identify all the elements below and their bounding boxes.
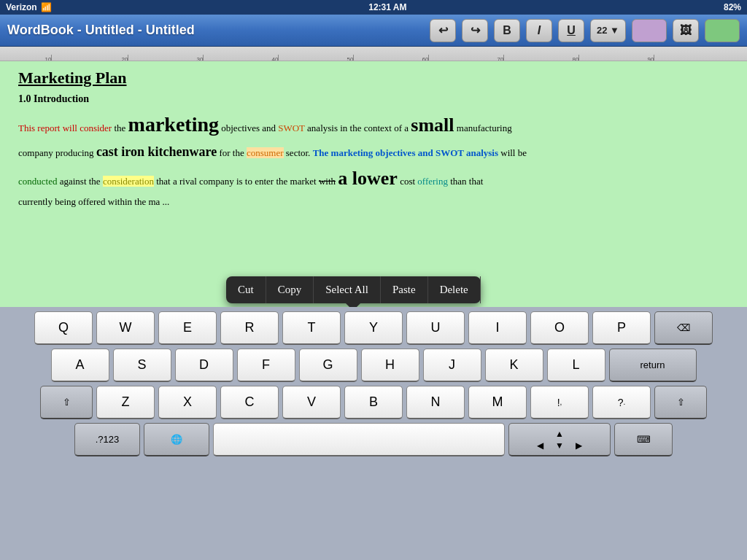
font-size-button[interactable]: 22 ▼ [590, 19, 626, 42]
key-o[interactable]: O [530, 311, 589, 345]
nav-right-icon[interactable]: ▶ [576, 440, 582, 451]
underline-button[interactable]: U [558, 19, 584, 42]
undo-button[interactable]: ↩ [430, 19, 456, 42]
section-header: 1.0 Introduction [18, 93, 732, 105]
keyboard-row-3: ⇧ Z X C V B N M !, ?. ⇧ [3, 386, 744, 419]
key-p[interactable]: P [592, 311, 651, 345]
delete-button[interactable]: Delete [428, 276, 481, 303]
text-color-button[interactable] [632, 19, 667, 42]
document-title: Marketing Plan [18, 69, 732, 88]
key-g[interactable]: G [299, 349, 357, 382]
key-f[interactable]: F [237, 349, 295, 382]
battery-label: 82% [724, 2, 741, 12]
key-x[interactable]: X [158, 386, 217, 419]
toolbar: WordBook - Untitled - Untitled ↩ ↪ B I U… [0, 15, 747, 47]
select-all-button[interactable]: Select All [314, 276, 381, 303]
key-d[interactable]: D [175, 349, 233, 382]
numspec-key[interactable]: .?123 [74, 423, 140, 456]
right-shift-key[interactable]: ⇧ [654, 386, 707, 419]
document-body: This report will consider the marketing … [18, 109, 732, 209]
key-v[interactable]: V [282, 386, 341, 419]
text-red-intro: This report will consider [18, 122, 112, 133]
key-i[interactable]: I [468, 311, 527, 345]
key-s[interactable]: S [113, 349, 171, 382]
space-key[interactable] [213, 423, 505, 456]
key-y[interactable]: Y [344, 311, 403, 345]
nav-left-icon[interactable]: ◀ [537, 440, 543, 451]
key-b[interactable]: B [344, 386, 403, 419]
redo-button[interactable]: ↪ [462, 19, 488, 42]
status-right: 82% [724, 2, 741, 12]
key-u[interactable]: U [406, 311, 465, 345]
context-menu: Cut Copy Select All Paste Delete [226, 276, 481, 303]
key-m[interactable]: M [468, 386, 527, 419]
key-j[interactable]: J [423, 349, 481, 382]
ruler-marks: 10 20 30 40 50 60 70 80 90 [4, 47, 743, 61]
key-l[interactable]: L [547, 349, 605, 382]
key-z[interactable]: Z [96, 386, 155, 419]
app-title: WordBook - Untitled - Untitled [7, 23, 424, 38]
keyboard-row-2: A S D F G H J K L return [3, 349, 744, 382]
key-n[interactable]: N [406, 386, 465, 419]
keyboard-row-1: Q W E R T Y U I O P ⌫ [3, 311, 744, 345]
key-h[interactable]: H [361, 349, 419, 382]
wifi-icon: 📶 [41, 2, 52, 12]
backspace-key[interactable]: ⌫ [654, 311, 713, 345]
key-c[interactable]: C [220, 386, 279, 419]
keyboard-hide-key[interactable]: ⌨ [614, 423, 673, 456]
cut-button[interactable]: Cut [226, 276, 266, 303]
time-display: 12:31 AM [368, 2, 406, 12]
context-menu-arrow [346, 303, 360, 307]
key-a[interactable]: A [51, 349, 109, 382]
nav-down-icon[interactable]: ▼ [555, 440, 564, 451]
key-k[interactable]: K [485, 349, 543, 382]
key-exclaim-comma[interactable]: !, [530, 386, 589, 419]
ruler: 10 20 30 40 50 60 70 80 90 [0, 47, 747, 61]
keyboard-row-4: .?123 🌐 ▲ ◀ ▼ ▶ ⌨ [3, 423, 744, 456]
key-t[interactable]: T [282, 311, 341, 345]
document-area[interactable]: Marketing Plan 1.0 Introduction This rep… [0, 61, 747, 307]
key-question-period[interactable]: ?. [592, 386, 651, 419]
left-shift-key[interactable]: ⇧ [40, 386, 93, 419]
key-w[interactable]: W [96, 311, 155, 345]
globe-key[interactable]: 🌐 [144, 423, 209, 456]
nav-cluster: ▲ ◀ ▼ ▶ [508, 423, 611, 456]
paste-button[interactable]: Paste [381, 276, 428, 303]
nav-up-icon[interactable]: ▲ [555, 429, 564, 439]
carrier-label: Verizon [6, 2, 37, 12]
key-r[interactable]: R [220, 311, 279, 345]
key-e[interactable]: E [158, 311, 217, 345]
status-left: Verizon 📶 [6, 2, 52, 12]
nav-up-row: ▲ [555, 429, 564, 439]
highlight-color-button[interactable] [705, 19, 740, 42]
image-button[interactable]: 🖼 [673, 19, 699, 42]
bold-button[interactable]: B [494, 19, 520, 42]
copy-button[interactable]: Copy [266, 276, 314, 303]
nav-mid-row: ◀ ▼ ▶ [537, 440, 582, 451]
key-q[interactable]: Q [34, 311, 93, 345]
return-key[interactable]: return [609, 349, 697, 382]
italic-button[interactable]: I [526, 19, 552, 42]
keyboard: Q W E R T Y U I O P ⌫ A S D F G H J K L … [0, 307, 747, 560]
status-bar: Verizon 📶 12:31 AM 82% [0, 0, 747, 15]
